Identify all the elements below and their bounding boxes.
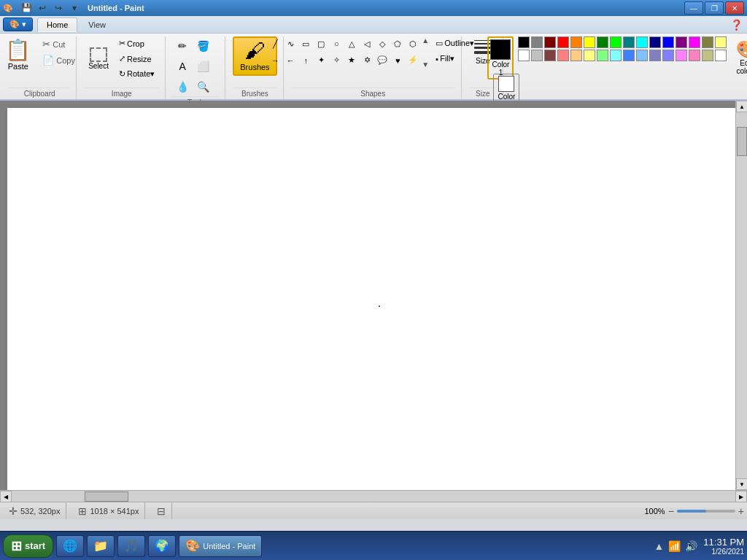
- color-swatch-1-15[interactable]: [715, 50, 727, 61]
- zoom-in-button[interactable]: +: [738, 505, 744, 517]
- shapes-scroll-down[interactable]: ▼: [422, 61, 429, 69]
- color-swatch-1-13[interactable]: [689, 50, 700, 61]
- shape-line[interactable]: ╱: [268, 36, 282, 51]
- fill-button[interactable]: 🪣: [193, 36, 212, 55]
- help-button[interactable]: ❓: [728, 17, 744, 33]
- shape-rect[interactable]: ▭: [298, 36, 313, 51]
- color-swatch-1-12[interactable]: [676, 50, 687, 61]
- vscroll-track[interactable]: [736, 112, 747, 478]
- color-swatch-0-13[interactable]: [689, 36, 700, 48]
- color-swatch-0-8[interactable]: [623, 36, 635, 48]
- color-swatch-1-14[interactable]: [702, 50, 713, 61]
- pencil-button[interactable]: ✏: [173, 36, 192, 55]
- color-swatch-1-0[interactable]: [518, 50, 530, 61]
- color-swatch-1-6[interactable]: [597, 50, 608, 61]
- shape-pentagon[interactable]: ⬠: [390, 36, 405, 51]
- color-swatch-0-0[interactable]: [518, 36, 530, 48]
- shape-hexagon[interactable]: ⬡: [406, 36, 420, 51]
- color-swatch-1-4[interactable]: [570, 50, 582, 61]
- color-swatch-0-2[interactable]: [544, 36, 556, 48]
- qa-dropdown-button[interactable]: ▾: [67, 1, 82, 15]
- shape-star6[interactable]: ✡: [360, 53, 374, 68]
- color-swatch-0-15[interactable]: [715, 36, 727, 48]
- color-swatch-1-1[interactable]: [531, 50, 543, 61]
- taskbar-media[interactable]: 🎵: [117, 535, 145, 557]
- shape-star5[interactable]: ★: [344, 53, 359, 68]
- tab-view[interactable]: View: [79, 18, 115, 32]
- color-swatch-1-7[interactable]: [610, 50, 622, 61]
- start-button[interactable]: ⊞ start: [3, 534, 53, 558]
- shape-arrow-r[interactable]: →: [268, 53, 282, 68]
- file-menu-button[interactable]: 🎨 ▾: [3, 18, 33, 31]
- color-swatch-0-1[interactable]: [531, 36, 543, 48]
- vscroll-thumb[interactable]: [737, 127, 747, 156]
- shape-triangle[interactable]: △: [344, 36, 359, 51]
- shape-lightning[interactable]: ⚡: [406, 53, 420, 68]
- paint-canvas[interactable]: [7, 108, 735, 490]
- shape-star4[interactable]: ✧: [329, 53, 344, 68]
- color-swatch-0-3[interactable]: [557, 36, 569, 48]
- hscroll-left-button[interactable]: ◀: [0, 491, 12, 502]
- color-swatch-1-8[interactable]: [623, 50, 635, 61]
- color-swatch-0-6[interactable]: [597, 36, 608, 48]
- magnifier-button[interactable]: 🔍: [193, 77, 212, 96]
- select-button[interactable]: Select: [85, 45, 112, 72]
- color-swatch-1-10[interactable]: [649, 50, 661, 61]
- color-swatch-0-10[interactable]: [649, 36, 661, 48]
- taskbar-ie[interactable]: 🌐: [56, 535, 84, 557]
- color-swatch-0-5[interactable]: [584, 36, 595, 48]
- vscroll-up-button[interactable]: ▲: [736, 101, 747, 112]
- hscroll-thumb[interactable]: [85, 491, 128, 502]
- undo-button[interactable]: ↩: [35, 1, 50, 15]
- vertical-scrollbar[interactable]: ▲ ▼: [735, 101, 747, 490]
- hscroll-right-button[interactable]: ▶: [735, 491, 747, 502]
- color-swatch-1-11[interactable]: [662, 50, 674, 61]
- shape-rtriangle[interactable]: ◁: [360, 36, 374, 51]
- shape-arrow-l[interactable]: ←: [283, 53, 298, 68]
- color-swatch-1-2[interactable]: [544, 50, 556, 61]
- shape-callout[interactable]: 💬: [375, 53, 390, 68]
- cut-button[interactable]: ✂ Cut: [39, 36, 79, 52]
- shape-roundrect[interactable]: ▢: [314, 36, 328, 51]
- tab-home[interactable]: Home: [37, 18, 77, 32]
- shape-ellipse[interactable]: ○: [329, 36, 344, 51]
- taskbar-explorer[interactable]: 📁: [87, 535, 115, 557]
- redo-button[interactable]: ↪: [51, 1, 66, 15]
- color-swatch-0-11[interactable]: [662, 36, 674, 48]
- paste-button[interactable]: 📋 Paste: [0, 36, 36, 74]
- taskbar-chrome[interactable]: 🌍: [148, 535, 176, 557]
- tray-arrow[interactable]: ▲: [654, 540, 664, 552]
- zoom-out-button[interactable]: −: [668, 505, 674, 517]
- color-swatch-0-7[interactable]: [610, 36, 622, 48]
- canvas-area[interactable]: [0, 101, 735, 490]
- shape-curve[interactable]: ∿: [283, 36, 298, 51]
- taskbar-paint[interactable]: 🎨 Untitled - Paint: [179, 535, 262, 557]
- zoom-slider[interactable]: [677, 510, 735, 513]
- crop-button[interactable]: ✂ Crop: [115, 36, 158, 50]
- color-swatch-1-5[interactable]: [584, 50, 595, 61]
- shapes-scroll-up[interactable]: ▲: [422, 36, 429, 44]
- color-swatch-0-4[interactable]: [570, 36, 582, 48]
- edit-colors-button[interactable]: 🎨 Edit colors: [731, 36, 747, 79]
- volume-icon[interactable]: 🔊: [685, 540, 697, 552]
- shape-heart[interactable]: ♥: [390, 53, 405, 68]
- hscroll-track[interactable]: [12, 491, 735, 502]
- rotate-button[interactable]: ↻ Rotate▾: [115, 67, 158, 81]
- copy-button[interactable]: 📄 Copy: [39, 52, 79, 68]
- shape-diamond[interactable]: ◇: [375, 36, 390, 51]
- eraser-button[interactable]: ⬜: [193, 57, 212, 76]
- color-swatch-1-9[interactable]: [636, 50, 648, 61]
- text-button[interactable]: A: [173, 57, 192, 76]
- minimize-button[interactable]: —: [684, 1, 703, 15]
- network-icon[interactable]: 📶: [668, 540, 681, 552]
- clock[interactable]: 11:31 PM 1/26/2021: [703, 537, 744, 556]
- color-swatch-0-9[interactable]: [636, 36, 648, 48]
- vscroll-down-button[interactable]: ▼: [736, 478, 747, 490]
- color-swatch-1-3[interactable]: [557, 50, 569, 61]
- save-button[interactable]: 💾: [19, 1, 34, 15]
- eyedropper-button[interactable]: 💧: [173, 77, 192, 96]
- color-swatch-0-14[interactable]: [702, 36, 713, 48]
- close-button[interactable]: ✕: [725, 1, 744, 15]
- shape-arrow-u[interactable]: ↑: [298, 53, 313, 68]
- horizontal-scrollbar[interactable]: ◀ ▶: [0, 490, 747, 502]
